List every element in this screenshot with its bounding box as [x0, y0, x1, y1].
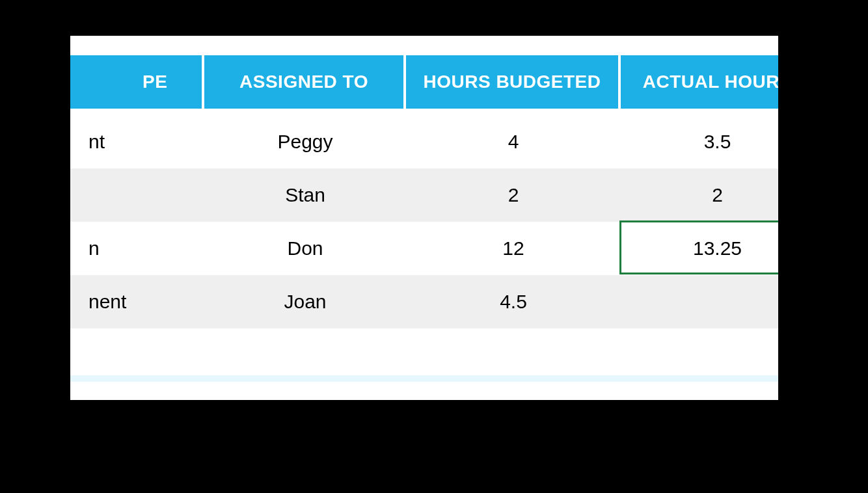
cell-actual[interactable]: 2: [621, 168, 778, 222]
cell-assigned[interactable]: Don: [204, 222, 406, 275]
cell-type[interactable]: nent: [70, 275, 204, 328]
cell-empty[interactable]: [621, 328, 778, 375]
header-type[interactable]: PE: [70, 55, 204, 109]
cell-actual[interactable]: [621, 275, 778, 328]
table-row: Stan 2 2: [70, 168, 778, 222]
header-hours-budgeted[interactable]: HOURS BUDGETED: [406, 55, 621, 109]
header-row: PE ASSIGNED TO HOURS BUDGETED ACTUAL HOU…: [70, 55, 778, 109]
cell-empty[interactable]: [204, 328, 406, 375]
gap-row: [70, 109, 778, 115]
spreadsheet-grid: PE ASSIGNED TO HOURS BUDGETED ACTUAL HOU…: [70, 55, 778, 382]
header-assigned-to[interactable]: ASSIGNED TO: [204, 55, 406, 109]
cell-type[interactable]: [70, 168, 204, 222]
table-row: n Don 12 13.25: [70, 222, 778, 275]
cell-actual-selected[interactable]: 13.25: [621, 222, 778, 275]
header-actual-hours[interactable]: ACTUAL HOURS: [621, 55, 778, 109]
cell-empty[interactable]: [70, 328, 204, 375]
cell-actual[interactable]: 3.5: [621, 115, 778, 168]
table-row: nt Peggy 4 3.5: [70, 115, 778, 168]
spreadsheet-panel: PE ASSIGNED TO HOURS BUDGETED ACTUAL HOU…: [70, 36, 778, 400]
cell-type[interactable]: nt: [70, 115, 204, 168]
table-row-empty: [70, 328, 778, 375]
cell-empty[interactable]: [406, 328, 621, 375]
cell-budget[interactable]: 12: [406, 222, 621, 275]
table-footer-strip: [70, 375, 778, 382]
cell-assigned[interactable]: Peggy: [204, 115, 406, 168]
cell-budget[interactable]: 4: [406, 115, 621, 168]
cell-budget[interactable]: 4.5: [406, 275, 621, 328]
cell-assigned[interactable]: Joan: [204, 275, 406, 328]
table-row: nent Joan 4.5: [70, 275, 778, 328]
cell-budget[interactable]: 2: [406, 168, 621, 222]
cell-type[interactable]: n: [70, 222, 204, 275]
cell-assigned[interactable]: Stan: [204, 168, 406, 222]
